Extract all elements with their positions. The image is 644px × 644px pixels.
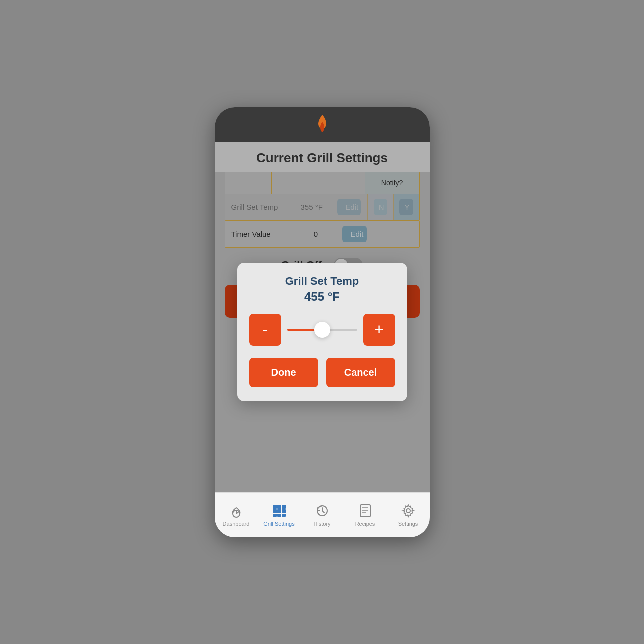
nav-label-dashboard: Dashboard bbox=[223, 521, 250, 527]
nav-item-history[interactable]: History bbox=[301, 493, 344, 537]
minus-button[interactable]: - bbox=[249, 314, 281, 346]
svg-rect-11 bbox=[282, 514, 286, 517]
content-area: Notify? Grill Set Temp 355 °F Edit N Y G… bbox=[215, 172, 430, 492]
svg-rect-6 bbox=[273, 509, 277, 513]
svg-point-17 bbox=[406, 509, 410, 513]
slider-row: - + bbox=[249, 314, 395, 346]
grill-settings-icon bbox=[271, 503, 287, 519]
page-title: Current Grill Settings bbox=[215, 142, 430, 172]
svg-rect-10 bbox=[277, 514, 281, 517]
popup-dialog: Grill Set Temp 455 °F - + Done Cancel bbox=[237, 263, 407, 401]
nav-label-recipes: Recipes bbox=[355, 521, 375, 527]
flame-icon bbox=[313, 114, 331, 136]
slider-track[interactable] bbox=[287, 328, 357, 331]
dashboard-icon bbox=[228, 503, 244, 519]
plus-button[interactable]: + bbox=[363, 314, 395, 346]
svg-rect-5 bbox=[282, 505, 286, 509]
nav-label-settings: Settings bbox=[398, 521, 418, 527]
cancel-button[interactable]: Cancel bbox=[326, 358, 395, 387]
recipes-icon bbox=[357, 503, 373, 519]
svg-rect-13 bbox=[360, 505, 370, 517]
svg-rect-4 bbox=[277, 505, 281, 509]
nav-item-grill-settings[interactable]: Grill Settings bbox=[258, 493, 301, 537]
slider-thumb[interactable] bbox=[314, 322, 330, 338]
svg-rect-3 bbox=[273, 505, 277, 509]
settings-icon bbox=[400, 503, 416, 519]
svg-rect-7 bbox=[277, 509, 281, 513]
popup-overlay: Grill Set Temp 455 °F - + Done Cancel bbox=[215, 172, 430, 492]
nav-label-grill-settings: Grill Settings bbox=[263, 521, 294, 527]
svg-rect-9 bbox=[273, 514, 277, 517]
app-header bbox=[215, 107, 430, 142]
nav-label-history: History bbox=[313, 521, 330, 527]
popup-buttons: Done Cancel bbox=[249, 358, 395, 387]
svg-rect-8 bbox=[282, 509, 286, 513]
popup-value: 455 °F bbox=[249, 290, 395, 304]
popup-title: Grill Set Temp bbox=[249, 275, 395, 288]
phone-frame: Current Grill Settings Notify? Grill Set… bbox=[215, 107, 430, 537]
done-button[interactable]: Done bbox=[249, 358, 318, 387]
nav-item-recipes[interactable]: Recipes bbox=[344, 493, 387, 537]
nav-item-settings[interactable]: Settings bbox=[387, 493, 430, 537]
nav-item-dashboard[interactable]: Dashboard bbox=[215, 493, 258, 537]
bottom-nav: Dashboard Grill Settings bbox=[215, 492, 430, 537]
history-icon bbox=[314, 503, 330, 519]
